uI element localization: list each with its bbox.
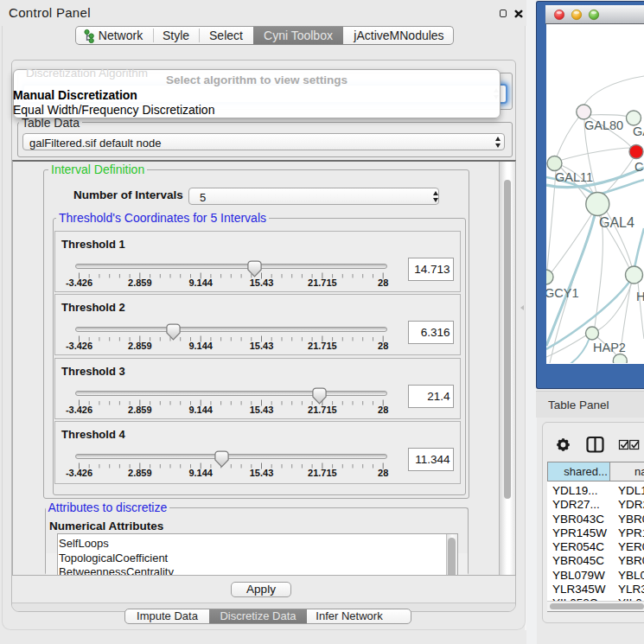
svg-text:GCY1: GCY1: [546, 286, 579, 300]
svg-text:HAP2: HAP2: [593, 341, 626, 354]
svg-text:GAL80: GAL80: [584, 118, 623, 132]
svg-text:H: H: [636, 290, 644, 303]
svg-text:GA: GA: [633, 124, 644, 138]
svg-text:C: C: [634, 160, 643, 174]
svg-text:GAL11: GAL11: [555, 170, 593, 184]
svg-text:GAL4: GAL4: [599, 215, 634, 230]
